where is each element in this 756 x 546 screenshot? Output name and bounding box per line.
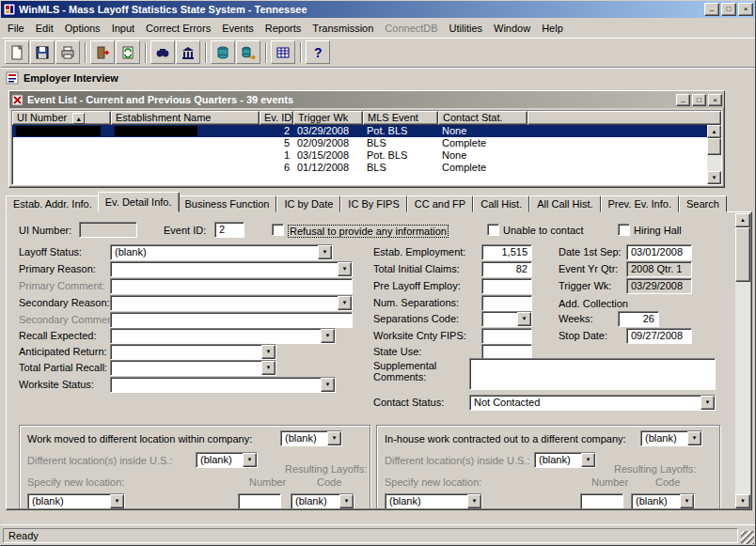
- anticipated-return-combo[interactable]: [110, 344, 276, 360]
- resulting-number-field[interactable]: [238, 493, 281, 508]
- minimize-button[interactable]: _: [704, 3, 719, 16]
- event-id-field[interactable]: 2: [214, 222, 244, 238]
- menu-file[interactable]: File: [2, 21, 30, 36]
- tab-search[interactable]: Search: [679, 195, 727, 212]
- table-row[interactable]: 2 03/29/2008 Pot. BLS None: [12, 125, 721, 137]
- pre-layoff-employ-field[interactable]: [481, 278, 532, 294]
- worksite-cnty-fips-field[interactable]: [481, 328, 532, 344]
- column-header-establishment-name[interactable]: Establishment Name: [111, 111, 260, 125]
- maximize-button[interactable]: □: [721, 3, 736, 16]
- total-partial-recall-combo[interactable]: [110, 360, 276, 376]
- table-row[interactable]: 1 03/15/2008 Pot. BLS None: [12, 149, 721, 162]
- tab-prev-ev-info[interactable]: Prev. Ev. Info.: [601, 195, 679, 212]
- bank-button[interactable]: [176, 40, 200, 64]
- resulting-code-combo[interactable]: (blank): [291, 493, 354, 508]
- column-header-trigger-wk[interactable]: Trigger Wk: [293, 111, 363, 125]
- secondary-reason-combo[interactable]: [110, 295, 353, 311]
- scroll-up-icon[interactable]: ▲: [735, 213, 750, 227]
- chevron-down-icon[interactable]: [318, 245, 332, 259]
- menu-utilities[interactable]: Utilities: [444, 21, 488, 36]
- event-list-scrollbar[interactable]: ▲ ▼: [707, 125, 721, 184]
- tab-business-function[interactable]: Business Function: [178, 195, 277, 212]
- scrollbar-thumb[interactable]: [707, 138, 721, 155]
- resize-grip[interactable]: [741, 531, 754, 544]
- scrollbar-thumb[interactable]: [735, 227, 750, 282]
- worksite-status-combo[interactable]: [110, 377, 336, 393]
- refusal-checkbox[interactable]: [272, 224, 284, 236]
- different-locations-combo[interactable]: (blank): [534, 452, 596, 468]
- date-1st-sep-field[interactable]: 03/01/2008: [626, 244, 692, 260]
- chevron-down-icon[interactable]: [680, 494, 694, 508]
- chevron-down-icon[interactable]: [327, 431, 341, 445]
- layoff-status-combo[interactable]: (blank): [110, 244, 333, 260]
- column-header-contact-stat[interactable]: Contact Stat.: [438, 111, 528, 125]
- hiring-hall-label[interactable]: Hiring Hall: [634, 225, 682, 236]
- num-separations-field[interactable]: [481, 295, 532, 311]
- resulting-code-combo[interactable]: (blank): [631, 493, 695, 508]
- recall-expected-combo[interactable]: [110, 328, 336, 344]
- weeks-field[interactable]: 26: [618, 311, 659, 327]
- in-house-combo[interactable]: (blank): [640, 430, 702, 446]
- total-initial-claims-field[interactable]: 82: [481, 261, 532, 277]
- chevron-down-icon[interactable]: [701, 396, 715, 410]
- tab-ic-by-fips[interactable]: IC By FIPS: [340, 195, 406, 212]
- menu-input[interactable]: Input: [106, 21, 140, 36]
- event-list-close-button[interactable]: ×: [708, 94, 722, 106]
- new-button[interactable]: [5, 40, 29, 64]
- grid-button[interactable]: [271, 40, 295, 64]
- chevron-down-icon[interactable]: [243, 453, 257, 467]
- chevron-down-icon[interactable]: [261, 345, 276, 359]
- unable-to-contact-checkbox[interactable]: [487, 224, 499, 236]
- chevron-down-icon[interactable]: [467, 494, 481, 508]
- scroll-up-icon[interactable]: ▲: [707, 125, 721, 138]
- sort-ascending-icon[interactable]: ▲: [72, 113, 85, 124]
- supplemental-comments-field[interactable]: [469, 358, 716, 390]
- menu-transmission[interactable]: Transmission: [307, 21, 379, 36]
- work-moved-combo[interactable]: (blank): [280, 430, 342, 446]
- table-row[interactable]: 5 02/09/2008 BLS Complete: [12, 137, 721, 149]
- separations-code-combo[interactable]: [481, 311, 532, 327]
- chevron-down-icon[interactable]: [687, 431, 701, 445]
- chevron-down-icon[interactable]: [321, 329, 335, 343]
- new-location-combo[interactable]: (blank): [27, 493, 125, 508]
- secondary-comment-field[interactable]: [110, 312, 353, 328]
- close-button[interactable]: ×: [738, 3, 753, 16]
- resulting-number-field[interactable]: [580, 493, 623, 508]
- database-transfer-button[interactable]: [236, 40, 260, 64]
- chevron-down-icon[interactable]: [517, 312, 531, 326]
- hiring-hall-checkbox[interactable]: [618, 224, 630, 236]
- menu-reports[interactable]: Reports: [260, 21, 307, 36]
- tab-ev-detail-info[interactable]: Ev. Detail Info.: [98, 192, 180, 212]
- primary-comment-field[interactable]: [110, 278, 353, 294]
- column-header-ui-number[interactable]: UI Number ▲: [12, 111, 111, 125]
- scroll-down-icon[interactable]: ▼: [707, 171, 721, 184]
- column-header-ev-id[interactable]: Ev. ID: [260, 111, 293, 125]
- tab-estab-addr-info[interactable]: Estab. Addr. Info.: [6, 195, 100, 212]
- chevron-down-icon[interactable]: [338, 262, 352, 276]
- primary-reason-combo[interactable]: [110, 261, 353, 277]
- refusal-checkbox-label[interactable]: Refusal to provide any information: [288, 225, 449, 238]
- menu-correct-errors[interactable]: Correct Errors: [140, 21, 216, 36]
- menu-edit[interactable]: Edit: [30, 21, 59, 36]
- ui-number-field[interactable]: [79, 222, 137, 238]
- print-button[interactable]: [55, 40, 80, 64]
- chevron-down-icon[interactable]: [339, 494, 354, 508]
- tab-ic-by-date[interactable]: IC by Date: [276, 195, 340, 212]
- menu-help[interactable]: Help: [536, 21, 569, 36]
- menu-events[interactable]: Events: [216, 21, 260, 36]
- find-button[interactable]: [150, 40, 175, 64]
- menu-options[interactable]: Options: [59, 21, 106, 36]
- tab-all-call-hist[interactable]: All Call Hist.: [529, 195, 600, 212]
- stop-date-field[interactable]: 09/27/2008: [626, 328, 692, 344]
- database-connect-button[interactable]: [211, 40, 235, 64]
- form-scrollbar[interactable]: ▲ ▼: [735, 213, 750, 508]
- estab-employment-field[interactable]: 1,515: [481, 244, 532, 260]
- chevron-down-icon[interactable]: [581, 453, 595, 467]
- new-location-combo[interactable]: (blank): [385, 493, 482, 508]
- contact-status-combo[interactable]: Not Contacted: [469, 395, 716, 411]
- menu-window[interactable]: Window: [488, 21, 536, 36]
- unable-to-contact-label[interactable]: Unable to contact: [503, 225, 584, 236]
- refresh-button[interactable]: [116, 40, 140, 64]
- chevron-down-icon[interactable]: [110, 494, 124, 508]
- tab-cc-and-fp[interactable]: CC and FP: [407, 195, 473, 212]
